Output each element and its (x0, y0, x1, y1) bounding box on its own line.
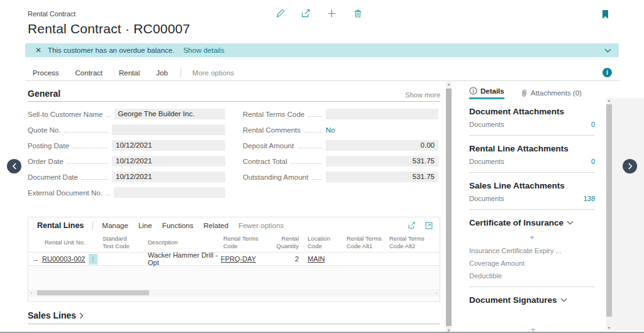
sales-lines-section[interactable]: Sales Lines (28, 310, 440, 324)
field-rental-comments: Rental Comments No (243, 124, 438, 135)
rental-lines-menu-related[interactable]: Related (204, 222, 229, 229)
page-title: Rental Contract · RC00007 (28, 21, 190, 36)
documents-count-link[interactable]: 0 (591, 158, 595, 165)
quote-no-input[interactable] (112, 124, 225, 135)
posting-date-input[interactable]: 10/12/2021 (112, 140, 225, 151)
sales-line-attachments-section: Sales Line Attachments Documents 138 (469, 181, 595, 210)
tab-details[interactable]: Details (469, 87, 504, 99)
previous-record-button[interactable] (7, 159, 21, 173)
rental-terms-code-input[interactable] (326, 109, 438, 119)
info-circle-icon[interactable]: i (602, 68, 612, 77)
document-date-input[interactable]: 10/12/2021 (112, 172, 225, 182)
open-in-new-icon[interactable] (424, 221, 433, 230)
rental-comments-link[interactable]: No (326, 126, 335, 134)
ellipsis-vertical-icon[interactable]: ⋮ (89, 254, 97, 265)
chevron-down-icon[interactable] (604, 48, 611, 53)
scroll-down-icon[interactable]: ▼ (606, 326, 612, 330)
certificate-of-insurance-title[interactable]: Certificate of Insurance (469, 218, 595, 227)
col-rental-terms-code-alt1[interactable]: Rental Terms Code Alt1 (344, 234, 387, 251)
col-rental-terms-code[interactable]: Rental Terms Code (221, 234, 267, 251)
panel-add-button[interactable]: + (531, 325, 535, 333)
cell-rental-quantity[interactable]: 2 (267, 255, 304, 263)
contract-total-input[interactable]: 531.75 (326, 156, 438, 166)
col-rental-terms-code-alt2[interactable]: Rental Terms Code Alt2 (387, 234, 430, 251)
field-quote-no: Quote No. (28, 124, 225, 135)
rental-terms-code-link[interactable]: FPRQ-DAY (221, 255, 256, 263)
deductible-label: Deductible (469, 272, 595, 280)
scroll-up-icon[interactable]: ▲ (446, 82, 452, 86)
menu-item-rental[interactable]: Rental (119, 69, 140, 77)
tab-attachments[interactable]: Attachments (0) (521, 89, 582, 97)
menu-item-contract[interactable]: Contract (75, 69, 103, 77)
col-standard-text-code[interactable]: Standard Text Code (100, 234, 139, 251)
document-signatures-title[interactable]: Document Signatures (469, 295, 595, 305)
rental-unit-no-link[interactable]: RU00003-002 (42, 255, 86, 263)
fewer-options[interactable]: Fewer options (238, 222, 284, 229)
chevron-right-icon (628, 163, 633, 170)
delete-trash-icon[interactable] (352, 8, 364, 19)
documents-label: Documents (469, 121, 504, 128)
menu-item-job[interactable]: Job (156, 69, 168, 77)
col-rental-unit-no[interactable]: Rental Unit No. (42, 237, 100, 248)
sell-to-customer-name-input[interactable]: George The Builder Inc. (114, 109, 225, 119)
info-icon (469, 87, 477, 95)
vscroll-thumb[interactable] (446, 89, 452, 326)
coverage-amount-label: Coverage Amount (469, 259, 595, 267)
show-details-link[interactable]: Show details (183, 46, 224, 54)
horizontal-scrollbar[interactable]: ‹ › (28, 289, 440, 297)
add-new-icon[interactable] (326, 8, 338, 19)
sales-lines-title: Sales Lines (28, 310, 76, 320)
more-options[interactable]: More options (192, 69, 234, 77)
cell-description[interactable]: Wacker Hammer Drill - Opt (139, 251, 221, 266)
rental-lines-menu-functions[interactable]: Functions (162, 222, 194, 229)
documents-count-link[interactable]: 0 (591, 121, 595, 128)
rental-lines-menu-manage[interactable]: Manage (102, 222, 128, 229)
share-small-icon[interactable] (407, 221, 416, 230)
table-row[interactable]: → RU00003-002 ⋮ Wacker Hammer Drill - Op… (28, 253, 440, 266)
grid-empty-area (28, 266, 440, 288)
outstanding-amount-input[interactable]: 531.75 (326, 172, 438, 182)
field-deposit-amount: Deposit Amount 0.00 (243, 140, 438, 151)
field-sell-to-customer-name: Sell-to Customer Name George The Builder… (28, 109, 225, 119)
order-date-input[interactable]: 10/12/2021 (112, 156, 225, 166)
certificate-of-insurance-section: Certificate of Insurance + Insurance Cer… (469, 218, 595, 287)
col-rental-quantity[interactable]: Rental Quantity (267, 234, 304, 251)
field-order-date: Order Date 10/12/2021 (28, 156, 225, 166)
document-attachments-title: Document Attachments (469, 107, 595, 116)
panel-vertical-scrollbar[interactable]: ▲ ▼ (606, 98, 644, 330)
external-document-no-input[interactable] (114, 187, 225, 198)
scroll-right-icon[interactable]: › (433, 291, 440, 295)
bookmark-icon[interactable] (599, 8, 611, 20)
show-more-link[interactable]: Show more (405, 91, 440, 99)
scroll-left-icon[interactable]: ‹ (28, 291, 35, 295)
general-title: General (28, 89, 60, 99)
rental-lines-header: Rental Lines Manage Line Functions Relat… (28, 217, 440, 233)
documents-count-link[interactable]: 138 (584, 195, 595, 202)
document-attachments-section: Document Attachments Documents 0 (469, 107, 595, 136)
deposit-amount-input[interactable]: 0.00 (326, 140, 438, 151)
col-description[interactable]: Description (139, 237, 221, 248)
field-contract-total: Contract Total 531.75 (243, 156, 438, 166)
add-certificate-button[interactable]: + (469, 232, 595, 242)
insurance-certificate-expiry-label: Insurance Certificate Expiry ... (469, 247, 595, 254)
share-icon[interactable] (300, 8, 312, 19)
rental-lines-title: Rental Lines (37, 221, 84, 230)
edit-pencil-icon[interactable] (274, 8, 286, 19)
main-vertical-scrollbar[interactable]: ▲ ▼ (446, 82, 452, 333)
panel-vscroll-thumb[interactable] (606, 104, 612, 317)
location-code-link[interactable]: MAIN (308, 255, 325, 263)
field-rental-terms-code: Rental Terms Code (243, 109, 438, 119)
scroll-up-icon[interactable]: ▲ (606, 99, 612, 102)
col-location-code[interactable]: Location Code (304, 234, 344, 251)
rental-lines-menu-line[interactable]: Line (138, 222, 152, 229)
menu-item-process[interactable]: Process (33, 69, 59, 77)
panel-tabs: Details Attachments (0) (469, 87, 606, 99)
scroll-down-icon[interactable]: ▼ (446, 329, 452, 332)
next-record-button[interactable] (623, 159, 637, 173)
field-outstanding-amount: Outstanding Amount 531.75 (243, 172, 438, 182)
paperclip-icon (521, 89, 528, 97)
breadcrumb[interactable]: Rental Contract (28, 10, 75, 18)
close-icon[interactable]: ✕ (35, 46, 42, 55)
general-section-header: General Show more (28, 89, 440, 102)
hscroll-thumb[interactable] (37, 290, 149, 295)
